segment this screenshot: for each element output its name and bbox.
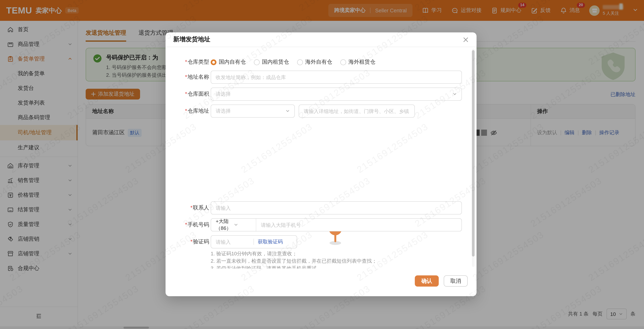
captcha-field: 获取验证码 [211, 235, 297, 248]
phone-field: +大陆（86） [211, 218, 462, 231]
address-name-row: *地址名称 [166, 71, 462, 84]
country-code-select[interactable]: +大陆（86） [211, 219, 256, 231]
close-icon[interactable] [463, 36, 469, 43]
radio-unchecked-icon [340, 59, 346, 65]
address-name-input[interactable] [211, 71, 462, 84]
warehouse-area-row: *仓库面积 请选择 [166, 87, 462, 101]
modal-footer: 确认 取消 [415, 275, 468, 287]
address-detail-input[interactable] [299, 104, 415, 118]
address-name-label: 地址名称 [188, 74, 209, 80]
radio-海外自有仓[interactable]: 海外自有仓 [297, 59, 332, 65]
app: TEMU 卖家中心 Beta 跨境卖家中心 Seller Central 学习运… [0, 0, 644, 329]
radio-国内租赁仓[interactable]: 国内租赁仓 [254, 59, 289, 65]
add-address-modal: 新增发货地址 *仓库类型 国内自有仓国内租赁仓海外自有仓海外租赁仓 *地址名称 … [166, 32, 476, 296]
radio-unchecked-icon [297, 59, 303, 65]
map-area[interactable] [166, 119, 471, 198]
radio-checked-icon [211, 59, 216, 65]
warehouse-area-select[interactable]: 请选择 [211, 87, 462, 101]
warehouse-type-options: 国内自有仓国内租赁仓海外自有仓海外租赁仓 [211, 59, 384, 65]
contact-label: 联系人 [193, 204, 209, 211]
chevron-down-icon [234, 222, 252, 228]
radio-海外租赁仓[interactable]: 海外租赁仓 [340, 59, 376, 65]
warehouse-address-row: *仓库地址 请选择 [166, 104, 462, 118]
captcha-row: *验证码 获取验证码 [166, 235, 462, 248]
warehouse-address-label: 仓库地址 [188, 108, 209, 114]
phone-row: *手机号码 +大陆（86） [166, 218, 462, 231]
cancel-button[interactable]: 取消 [444, 275, 468, 287]
chevron-down-icon [452, 91, 457, 97]
phone-input[interactable] [256, 222, 462, 228]
captcha-note-line: 1. 验证码10分钟内有效，请注意查收； [211, 250, 377, 257]
captcha-notes: 1. 验证码10分钟内有效，请注意查收；2. 若一直未收到，检查是否设置了短信拦… [211, 250, 377, 269]
warehouse-type-label: 仓库类型 [188, 59, 209, 65]
warehouse-address-select[interactable]: 请选择 [211, 104, 295, 118]
contact-input[interactable] [211, 201, 462, 214]
contact-row: *联系人 [166, 201, 462, 214]
warehouse-type-row: *仓库类型 国内自有仓国内租赁仓海外自有仓海外租赁仓 [166, 55, 462, 69]
get-captcha-link[interactable]: 获取验证码 [258, 238, 283, 245]
modal-body: *仓库类型 国内自有仓国内租赁仓海外自有仓海外租赁仓 *地址名称 *仓库面积 请… [166, 47, 476, 269]
radio-unchecked-icon [254, 59, 260, 65]
captcha-input[interactable] [211, 239, 251, 245]
captcha-note-line: 3. 若仍无法收到验证码，请更换其他手机号重试 [211, 265, 377, 269]
divider [254, 239, 254, 245]
modal-scrollbar-thumb[interactable] [472, 50, 474, 257]
confirm-button[interactable]: 确认 [415, 275, 439, 287]
warehouse-area-label: 仓库面积 [188, 91, 209, 97]
captcha-label: 验证码 [193, 238, 209, 245]
phone-label: 手机号码 [188, 221, 209, 228]
radio-国内自有仓[interactable]: 国内自有仓 [211, 59, 246, 65]
modal-title: 新增发货地址 [173, 35, 210, 43]
modal-header: 新增发货地址 [166, 32, 476, 47]
captcha-note-line: 2. 若一直未收到，检查是否设置了短信拦截，并在已拦截短信列表中查找； [211, 257, 377, 265]
chevron-down-icon [286, 108, 290, 114]
